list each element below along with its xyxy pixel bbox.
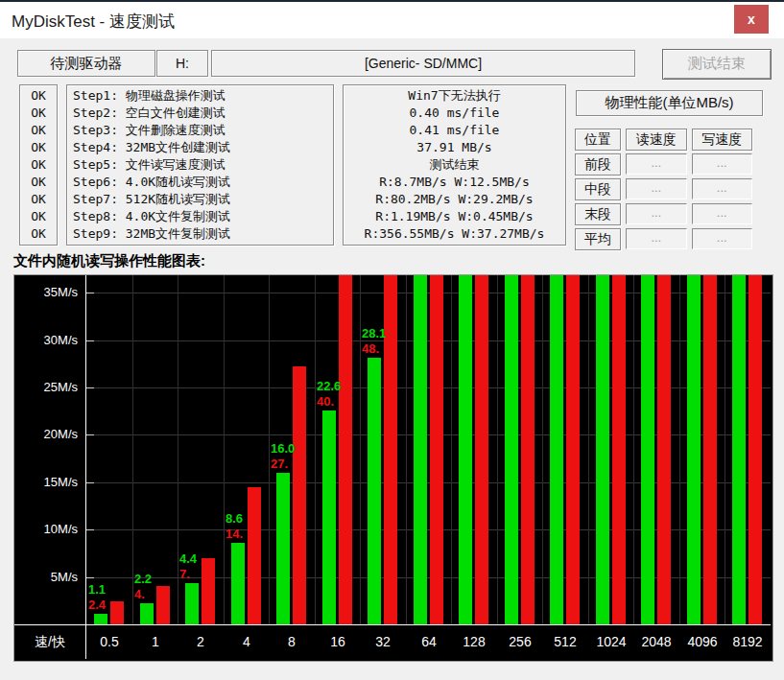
grid-line-v [542, 275, 543, 624]
x-tick-label: 256 [497, 625, 543, 659]
bar-label-red: 27. [271, 457, 315, 472]
y-axis-tick [86, 577, 94, 578]
step-item: Step7: 512K随机读写测试 [73, 191, 333, 208]
close-button[interactable]: x [734, 5, 769, 34]
x-tick-label: 0.5 [86, 625, 132, 659]
row-label: 中段 [575, 178, 621, 200]
bar-label-red: 48. [362, 341, 406, 357]
result-line: R:1.19MB/s W:0.45MB/s [344, 208, 565, 225]
x-tick-label: 128 [451, 625, 497, 659]
bar-label-green: 22.6 [317, 379, 361, 394]
table-row: 前段...... [575, 153, 757, 176]
row-label: 平均 [575, 228, 621, 250]
window-title: MyDiskTest - 速度测试 [12, 11, 175, 33]
x-tick-label: 4096 [679, 625, 725, 659]
bar-label-green: 2.2 [134, 572, 178, 587]
bar-label-green: 1.1 [88, 582, 132, 598]
grid-line-v [360, 275, 361, 624]
grid-line-v [132, 275, 133, 624]
bar-green [641, 275, 654, 624]
x-tick-label: 2048 [633, 625, 679, 659]
y-axis-tick [86, 293, 94, 293]
device-name-box: [Generic- SD/MMC] [211, 50, 635, 77]
step-item: Step3: 文件删除速度测试 [73, 122, 333, 139]
bar-green [687, 275, 701, 624]
bar-green [550, 275, 563, 624]
physical-performance-title: 物理性能(单位MB/s) [605, 94, 733, 112]
x-tick-label: 16 [315, 625, 361, 659]
bar-green [94, 614, 107, 624]
chart-plot-area: 35M/s30M/s25M/s20M/s15M/s10M/s5M/s0.51.1… [14, 275, 771, 659]
grid-line-v [406, 275, 407, 624]
read-speed-cell: ... [626, 203, 686, 224]
bar-label-red: 2.4 [88, 598, 132, 613]
bar-green [185, 583, 199, 624]
table-row: 末段...... [575, 203, 757, 225]
device-name-text: [Generic- SD/MMC] [365, 56, 482, 71]
y-tick-label: 5M/s [14, 570, 78, 585]
bar-label-green: 16.0 [271, 441, 315, 457]
drive-label-text: 待测驱动器 [51, 55, 123, 73]
grid-line-v [451, 275, 452, 624]
result-line: R:80.2MB/s W:29.2MB/s [344, 191, 565, 208]
step-status: OK [20, 208, 57, 225]
y-axis-tick [86, 434, 94, 435]
chart-title: 文件内随机读写操作性能图表: [13, 252, 205, 270]
bar-label-group: 2.24. [134, 572, 178, 602]
bar-label-red: 40. [317, 394, 361, 410]
bar-green [231, 543, 245, 624]
bar-green [276, 473, 290, 624]
grid-line-v [588, 275, 589, 624]
bar-red [657, 275, 671, 624]
grid-line-v [633, 275, 634, 624]
x-tick-label: 32 [360, 625, 406, 659]
bar-green [459, 275, 472, 624]
row-label: 末段 [575, 203, 621, 225]
y-tick-label: 30M/s [14, 333, 78, 348]
result-line: R:8.7MB/s W:12.5MB/s [344, 174, 565, 191]
bar-green [596, 275, 609, 624]
x-axis-corner-label: 速/快 [14, 625, 85, 659]
bar-red [566, 275, 580, 624]
table-header-row: 位置读速度写速度 [575, 129, 757, 151]
step-status: OK [20, 105, 57, 122]
y-axis-tick [86, 340, 94, 341]
drive-letter-text: H: [176, 56, 189, 71]
y-axis-tick [86, 387, 94, 388]
bar-label-green: 28.1 [362, 326, 406, 341]
step-status: OK [20, 191, 57, 208]
grid-line-v [725, 275, 725, 624]
close-icon: x [748, 12, 755, 27]
physical-performance-table: 位置读速度写速度前段......中段......末段......平均...... [575, 129, 757, 253]
results-panel: Win7下无法执行0.40 ms/file0.41 ms/file37.91 M… [343, 84, 566, 246]
bar-green [732, 275, 746, 624]
step-item: Step9: 32MB文件复制测试 [73, 225, 333, 243]
bar-label-group: 16.027. [271, 441, 315, 472]
bar-label-group: 4.47. [179, 551, 224, 582]
row-label: 前段 [575, 153, 621, 176]
bar-green [368, 358, 381, 624]
read-speed-cell: ... [626, 228, 686, 249]
step-status: OK [20, 122, 57, 139]
test-finish-button[interactable]: 测试结束 [662, 49, 772, 80]
grid-line-v [679, 275, 680, 624]
step-status: OK [20, 139, 57, 156]
result-line: 0.41 ms/file [344, 122, 565, 139]
step-status-panel: OKOKOKOKOKOKOKOKOK [19, 84, 58, 246]
bar-red [748, 275, 762, 624]
y-tick-label: 10M/s [14, 522, 78, 537]
step-item: Step2: 空白文件创建测试 [73, 105, 333, 122]
step-status: OK [20, 87, 57, 105]
write-speed-cell: ... [692, 228, 752, 249]
y-tick-label: 20M/s [14, 427, 78, 442]
step-status: OK [20, 174, 57, 191]
write-speed-cell: ... [692, 203, 752, 224]
write-speed-cell: ... [692, 178, 752, 199]
table-header: 读速度 [626, 129, 686, 151]
bar-red [612, 275, 626, 624]
x-tick-label: 512 [542, 625, 588, 659]
y-axis-tick [86, 482, 94, 483]
x-tick-label: 4 [224, 625, 270, 659]
bar-label-red: 7. [179, 567, 224, 582]
x-tick-label: 8192 [725, 625, 771, 659]
